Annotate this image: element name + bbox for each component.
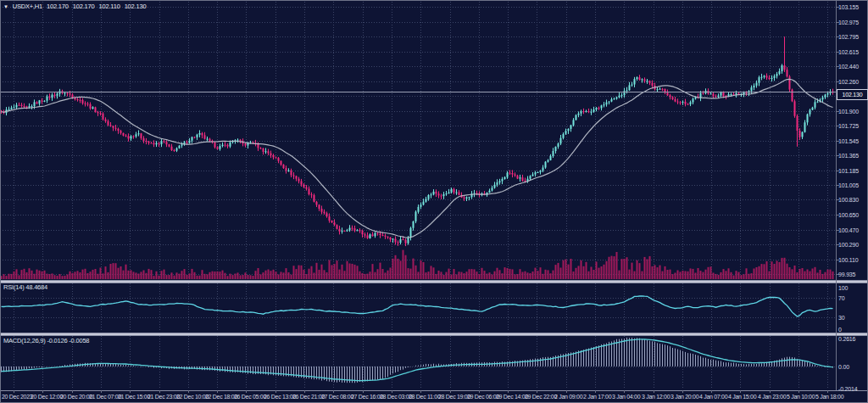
ohlc-low: 102.110 — [98, 3, 120, 10]
rsi-indicator-label: RSI(14) 48.4684 — [3, 283, 47, 291]
chart-title: ▼ USDX+,H1 102.170 102.170 102.110 102.1… — [3, 3, 146, 10]
trading-chart-window: 103.155102.975102.795102.615102.440102.2… — [0, 0, 868, 403]
panel-separator-handle[interactable] — [0, 280, 868, 283]
price-axis[interactable] — [836, 0, 868, 390]
symbol-period-label: USDX+,H1 — [13, 3, 42, 10]
rsi-panel-area[interactable] — [0, 283, 836, 333]
current-price-badge: 102.130 — [837, 89, 868, 100]
symbol-menu-icon[interactable]: ▼ — [3, 4, 8, 9]
time-axis[interactable] — [0, 390, 868, 403]
macd-indicator-label: MACD(12,26,9) -0.0126 -0.0058 — [3, 337, 89, 344]
ohlc-close: 102.130 — [125, 3, 147, 10]
main-chart-area[interactable] — [0, 0, 836, 280]
ohlc-high: 102.170 — [73, 3, 95, 10]
panel-separator-handle[interactable] — [0, 333, 868, 336]
ohlc-open: 102.170 — [47, 3, 69, 10]
macd-panel-area[interactable] — [0, 336, 836, 390]
